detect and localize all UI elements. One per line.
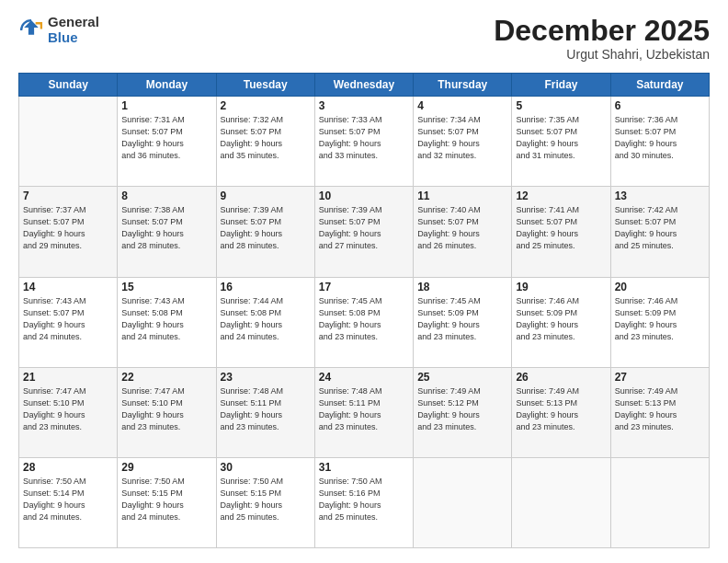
- day-info: Sunrise: 7:40 AM Sunset: 5:07 PM Dayligh…: [417, 204, 507, 252]
- day-info: Sunrise: 7:42 AM Sunset: 5:07 PM Dayligh…: [615, 204, 705, 252]
- day-number: 6: [615, 99, 705, 112]
- day-info: Sunrise: 7:46 AM Sunset: 5:09 PM Dayligh…: [516, 295, 606, 343]
- day-number: 16: [221, 281, 311, 293]
- calendar-table: SundayMondayTuesdayWednesdayThursdayFrid…: [18, 73, 710, 548]
- day-number: 23: [221, 371, 311, 384]
- day-number: 22: [121, 371, 211, 384]
- day-info: Sunrise: 7:45 AM Sunset: 5:08 PM Dayligh…: [319, 295, 409, 343]
- day-info: Sunrise: 7:38 AM Sunset: 5:07 PM Dayligh…: [121, 204, 211, 252]
- col-header-monday: Monday: [118, 74, 216, 97]
- day-info: Sunrise: 7:49 AM Sunset: 5:12 PM Dayligh…: [417, 385, 507, 433]
- calendar-cell: 26Sunrise: 7:49 AM Sunset: 5:13 PM Dayli…: [512, 367, 610, 457]
- day-info: Sunrise: 7:50 AM Sunset: 5:16 PM Dayligh…: [319, 476, 409, 523]
- day-number: 5: [516, 99, 606, 112]
- day-info: Sunrise: 7:36 AM Sunset: 5:07 PM Dayligh…: [615, 114, 705, 162]
- day-info: Sunrise: 7:48 AM Sunset: 5:11 PM Dayligh…: [221, 385, 311, 433]
- calendar-cell: 10Sunrise: 7:39 AM Sunset: 5:07 PM Dayli…: [314, 187, 413, 277]
- calendar-cell: 19Sunrise: 7:46 AM Sunset: 5:09 PM Dayli…: [512, 277, 610, 367]
- day-number: 29: [121, 461, 211, 474]
- day-number: 25: [417, 371, 507, 384]
- calendar-cell: 27Sunrise: 7:49 AM Sunset: 5:13 PM Dayli…: [610, 367, 709, 457]
- calendar-cell: 1Sunrise: 7:31 AM Sunset: 5:07 PM Daylig…: [118, 97, 216, 187]
- day-info: Sunrise: 7:35 AM Sunset: 5:07 PM Dayligh…: [516, 114, 606, 162]
- calendar-cell: 30Sunrise: 7:50 AM Sunset: 5:15 PM Dayli…: [216, 457, 314, 547]
- day-number: 21: [23, 371, 113, 384]
- day-number: 9: [221, 190, 311, 202]
- calendar-cell: 14Sunrise: 7:43 AM Sunset: 5:07 PM Dayli…: [19, 277, 118, 367]
- calendar-cell: 12Sunrise: 7:41 AM Sunset: 5:07 PM Dayli…: [512, 187, 610, 277]
- calendar-cell: [19, 97, 118, 187]
- day-number: 28: [23, 461, 113, 474]
- calendar-cell: 9Sunrise: 7:39 AM Sunset: 5:07 PM Daylig…: [216, 187, 314, 277]
- day-number: 14: [23, 281, 113, 293]
- day-info: Sunrise: 7:34 AM Sunset: 5:07 PM Dayligh…: [417, 114, 507, 162]
- calendar-cell: 20Sunrise: 7:46 AM Sunset: 5:09 PM Dayli…: [610, 277, 709, 367]
- calendar-cell: 16Sunrise: 7:44 AM Sunset: 5:08 PM Dayli…: [216, 277, 314, 367]
- day-info: Sunrise: 7:46 AM Sunset: 5:09 PM Dayligh…: [615, 295, 705, 343]
- day-info: Sunrise: 7:32 AM Sunset: 5:07 PM Dayligh…: [221, 114, 311, 162]
- calendar-cell: [610, 457, 709, 547]
- calendar-header-row: SundayMondayTuesdayWednesdayThursdayFrid…: [19, 74, 710, 97]
- day-number: 30: [221, 461, 311, 474]
- day-info: Sunrise: 7:49 AM Sunset: 5:13 PM Dayligh…: [615, 385, 705, 433]
- day-number: 13: [615, 190, 705, 202]
- day-info: Sunrise: 7:33 AM Sunset: 5:07 PM Dayligh…: [319, 114, 409, 162]
- calendar-cell: 7Sunrise: 7:37 AM Sunset: 5:07 PM Daylig…: [19, 187, 118, 277]
- calendar-cell: 8Sunrise: 7:38 AM Sunset: 5:07 PM Daylig…: [118, 187, 216, 277]
- page: General Blue December 2025 Urgut Shahri,…: [0, 0, 728, 563]
- day-number: 27: [615, 371, 705, 384]
- day-info: Sunrise: 7:47 AM Sunset: 5:10 PM Dayligh…: [121, 385, 211, 433]
- day-info: Sunrise: 7:43 AM Sunset: 5:07 PM Dayligh…: [23, 295, 113, 343]
- day-info: Sunrise: 7:45 AM Sunset: 5:09 PM Dayligh…: [417, 295, 507, 343]
- col-header-sunday: Sunday: [19, 74, 118, 97]
- day-number: 19: [516, 281, 606, 293]
- day-info: Sunrise: 7:37 AM Sunset: 5:07 PM Dayligh…: [23, 204, 113, 252]
- calendar-cell: 17Sunrise: 7:45 AM Sunset: 5:08 PM Dayli…: [314, 277, 413, 367]
- location-subtitle: Urgut Shahri, Uzbekistan: [494, 47, 710, 62]
- day-number: 1: [121, 99, 211, 112]
- calendar-week-2: 14Sunrise: 7:43 AM Sunset: 5:07 PM Dayli…: [19, 277, 710, 367]
- calendar-cell: 13Sunrise: 7:42 AM Sunset: 5:07 PM Dayli…: [610, 187, 709, 277]
- calendar-week-3: 21Sunrise: 7:47 AM Sunset: 5:10 PM Dayli…: [19, 367, 710, 457]
- calendar-cell: 15Sunrise: 7:43 AM Sunset: 5:08 PM Dayli…: [118, 277, 216, 367]
- day-info: Sunrise: 7:31 AM Sunset: 5:07 PM Dayligh…: [121, 114, 211, 162]
- day-info: Sunrise: 7:48 AM Sunset: 5:11 PM Dayligh…: [319, 385, 409, 433]
- calendar-cell: 28Sunrise: 7:50 AM Sunset: 5:14 PM Dayli…: [19, 457, 118, 547]
- calendar-week-4: 28Sunrise: 7:50 AM Sunset: 5:14 PM Dayli…: [19, 457, 710, 547]
- day-number: 24: [319, 371, 409, 384]
- logo: General Blue: [18, 15, 99, 45]
- calendar-cell: 25Sunrise: 7:49 AM Sunset: 5:12 PM Dayli…: [414, 367, 512, 457]
- day-number: 2: [221, 99, 311, 112]
- calendar-cell: 5Sunrise: 7:35 AM Sunset: 5:07 PM Daylig…: [512, 97, 610, 187]
- header: General Blue December 2025 Urgut Shahri,…: [18, 15, 710, 62]
- calendar-cell: 29Sunrise: 7:50 AM Sunset: 5:15 PM Dayli…: [118, 457, 216, 547]
- day-info: Sunrise: 7:44 AM Sunset: 5:08 PM Dayligh…: [221, 295, 311, 343]
- month-title: December 2025: [494, 15, 710, 47]
- day-number: 17: [319, 281, 409, 293]
- day-info: Sunrise: 7:39 AM Sunset: 5:07 PM Dayligh…: [319, 204, 409, 252]
- col-header-friday: Friday: [512, 74, 610, 97]
- day-info: Sunrise: 7:41 AM Sunset: 5:07 PM Dayligh…: [516, 204, 606, 252]
- calendar-cell: 11Sunrise: 7:40 AM Sunset: 5:07 PM Dayli…: [414, 187, 512, 277]
- day-number: 11: [417, 190, 507, 202]
- day-number: 7: [23, 190, 113, 202]
- calendar-cell: 22Sunrise: 7:47 AM Sunset: 5:10 PM Dayli…: [118, 367, 216, 457]
- day-number: 31: [319, 461, 409, 474]
- col-header-wednesday: Wednesday: [314, 74, 413, 97]
- col-header-thursday: Thursday: [414, 74, 512, 97]
- calendar-cell: [414, 457, 512, 547]
- day-number: 26: [516, 371, 606, 384]
- day-info: Sunrise: 7:39 AM Sunset: 5:07 PM Dayligh…: [221, 204, 311, 252]
- day-number: 12: [516, 190, 606, 202]
- calendar-cell: [512, 457, 610, 547]
- calendar-week-1: 7Sunrise: 7:37 AM Sunset: 5:07 PM Daylig…: [19, 187, 710, 277]
- calendar-cell: 4Sunrise: 7:34 AM Sunset: 5:07 PM Daylig…: [414, 97, 512, 187]
- day-number: 8: [121, 190, 211, 202]
- calendar-cell: 2Sunrise: 7:32 AM Sunset: 5:07 PM Daylig…: [216, 97, 314, 187]
- calendar-cell: 24Sunrise: 7:48 AM Sunset: 5:11 PM Dayli…: [314, 367, 413, 457]
- logo-icon: [18, 17, 44, 43]
- logo-general: General: [48, 15, 99, 30]
- calendar-cell: 6Sunrise: 7:36 AM Sunset: 5:07 PM Daylig…: [610, 97, 709, 187]
- calendar-cell: 21Sunrise: 7:47 AM Sunset: 5:10 PM Dayli…: [19, 367, 118, 457]
- day-number: 18: [417, 281, 507, 293]
